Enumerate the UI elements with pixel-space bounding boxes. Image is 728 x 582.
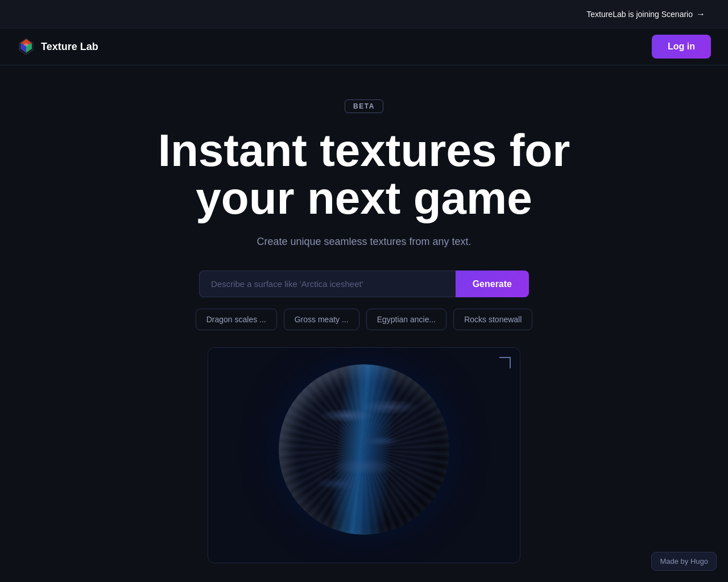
announcement-text: TextureLab is joining Scenario: [586, 10, 693, 19]
chip-dragon-scales[interactable]: Dragon scales ...: [196, 309, 277, 330]
chip-egyptian[interactable]: Egyptian ancie...: [366, 309, 447, 330]
announcement-bar: TextureLab is joining Scenario →: [0, 0, 728, 28]
beta-badge: BETA: [345, 99, 383, 113]
suggestion-chips: Dragon scales ... Gross meaty ... Egypti…: [196, 309, 533, 330]
hero-title-line1: Instant textures for: [158, 125, 570, 176]
chip-rocks-stonewall[interactable]: Rocks stonewall: [453, 309, 532, 330]
preview-corner-icon: [499, 357, 511, 368]
hero-title: Instant textures for your next game: [158, 127, 570, 222]
sphere-preview: [279, 364, 449, 546]
announcement-arrow-icon: →: [696, 9, 705, 19]
generate-button[interactable]: Generate: [456, 271, 529, 297]
main-content: BETA Instant textures for your next game…: [0, 65, 728, 563]
input-area: Generate: [199, 271, 529, 297]
texture-input[interactable]: [199, 271, 456, 297]
logo-area[interactable]: Texture Lab: [17, 38, 98, 56]
navbar: Texture Lab Log in: [0, 28, 728, 65]
hero-title-line2: your next game: [196, 173, 532, 223]
logo-text: Texture Lab: [41, 41, 98, 53]
chip-gross-meaty[interactable]: Gross meaty ...: [284, 309, 359, 330]
texture-sphere: [279, 364, 449, 535]
preview-container: [208, 347, 520, 563]
announcement-link[interactable]: TextureLab is joining Scenario →: [586, 9, 705, 19]
sphere-texture-overlay: [279, 364, 449, 535]
logo-icon: [17, 38, 35, 56]
login-button[interactable]: Log in: [652, 35, 711, 59]
made-by-badge: Made by Hugo: [651, 552, 717, 571]
hero-subtitle: Create unique seamless textures from any…: [257, 236, 471, 248]
